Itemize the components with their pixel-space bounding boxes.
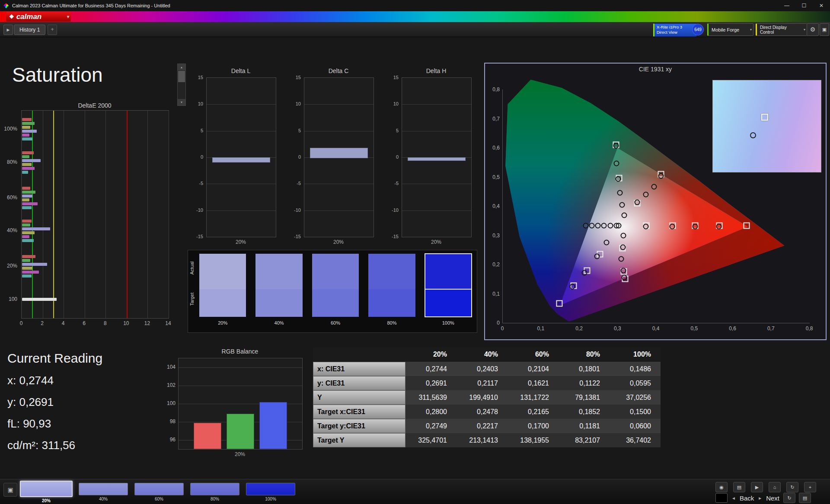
pattern-icon[interactable]: ▤ bbox=[733, 482, 745, 492]
deltae-chart-title: DeltaE 2000 bbox=[21, 102, 168, 109]
swatch-100%: 100% bbox=[425, 254, 472, 325]
delta-l-chart: Delta L 151050-5-10-15 20% bbox=[193, 65, 275, 249]
rgb-plot bbox=[178, 358, 303, 450]
swatch-60%: 60% bbox=[312, 254, 359, 325]
delta-h-title: Delta H bbox=[402, 67, 471, 74]
level-button-20%[interactable]: 20% bbox=[21, 481, 72, 503]
table-row: y: CIE310,26910,21170,16210,11220,0595 bbox=[313, 376, 661, 390]
app-icon bbox=[3, 3, 9, 8]
titlebar: Calman 2023 Calman Ultimate for Business… bbox=[0, 0, 830, 11]
minimize-button[interactable]: — bbox=[778, 0, 795, 11]
transport-row1: ◉▤▶⌂↻+ bbox=[715, 482, 816, 492]
transport-row2: ◄ Back ► Next ↻▤ bbox=[715, 493, 811, 503]
data-table-body: x: CIE310,27440,24030,21040,18010,1486y:… bbox=[313, 362, 661, 447]
delta-c-title: Delta C bbox=[304, 67, 373, 74]
scroll-up-icon[interactable]: ▲ bbox=[178, 64, 185, 70]
rainbow-strip bbox=[0, 11, 830, 22]
cie-chart-title: CIE 1931 xy bbox=[485, 66, 826, 73]
swatch-panel: ActualTarget 20%40%60%80%100% bbox=[188, 250, 477, 333]
tab-history-1[interactable]: History 1 bbox=[14, 25, 45, 35]
display-control-button[interactable]: Direct Display Control ▾ bbox=[756, 23, 807, 36]
scroll-down-icon[interactable]: ▼ bbox=[178, 99, 185, 105]
meter-device-button[interactable]: X-Rite i1Pro 3 Direct View ▾ bbox=[653, 23, 697, 37]
deltae-ylabels: 100%80%60%40%20%100 bbox=[0, 110, 19, 318]
delta-l-xlabel: 20% bbox=[206, 239, 275, 245]
meter-device-line2: Direct View bbox=[657, 30, 691, 35]
table-row: Y311,5639199,4910131,172279,138137,0256 bbox=[313, 390, 661, 405]
table-row: x: CIE310,27440,24030,21040,18010,1486 bbox=[313, 362, 661, 376]
delta-l-title: Delta L bbox=[206, 67, 275, 74]
table-row: Target y:CIE310,27490,22170,17000,11810,… bbox=[313, 419, 661, 433]
panel-toggle-button[interactable]: ▣ bbox=[820, 23, 829, 36]
list-icon[interactable]: ▤ bbox=[799, 493, 811, 503]
close-button[interactable]: ✕ bbox=[813, 0, 830, 11]
home-icon[interactable]: ⌂ bbox=[769, 482, 781, 492]
transport-row2-end: ↻▤ bbox=[783, 493, 811, 503]
swatch-40%: 40% bbox=[255, 254, 302, 325]
display-control-label: Direct Display Control bbox=[760, 25, 801, 35]
back-button[interactable]: Back bbox=[740, 494, 754, 502]
rgb-balance-title: RGB Balance bbox=[178, 348, 302, 355]
cie-panel: CIE 1931 xy bbox=[484, 63, 827, 340]
reading-x: x: 0,2744 bbox=[7, 374, 163, 387]
next-button[interactable]: Next bbox=[766, 494, 779, 502]
add-icon[interactable]: + bbox=[804, 482, 816, 492]
layout-scrollbar[interactable]: ▲ ▼ bbox=[177, 64, 186, 106]
delta-c-chart: Delta C 151050-5-10-15 20% bbox=[291, 65, 373, 249]
redo-icon[interactable]: ↻ bbox=[783, 493, 795, 503]
pattern-window-button[interactable]: ▣ bbox=[3, 483, 17, 497]
swatch-80%: 80% bbox=[368, 254, 415, 325]
play-icon[interactable]: ▶ bbox=[751, 482, 763, 492]
toolbar: ▶ History 1 + X-Rite i1Pro 3 Direct View… bbox=[0, 22, 830, 37]
chevron-down-icon: ▾ bbox=[67, 14, 69, 19]
back-icon: ◄ bbox=[731, 496, 736, 501]
calman-logo-text: calman bbox=[16, 13, 42, 21]
page-title: Saturation bbox=[12, 63, 103, 86]
meter-icon[interactable]: ◉ bbox=[715, 482, 728, 492]
cie-ylabels: 00,10,20,30,40,50,60,70,8 bbox=[488, 89, 501, 323]
history-nav-button[interactable]: ▶ bbox=[3, 25, 13, 35]
cie-xlabels: 00,10,20,30,40,50,60,70,8 bbox=[502, 325, 809, 332]
delta-c-xlabel: 20% bbox=[304, 239, 373, 245]
deltaC-ylabels: 151050-5-10-15 bbox=[291, 77, 302, 236]
settings-gear-button[interactable]: ⚙ bbox=[807, 23, 819, 36]
deltaL-plot bbox=[206, 77, 276, 237]
reading-cdm2: cd/m²: 311,56 bbox=[7, 439, 163, 452]
next-icon: ► bbox=[758, 496, 762, 501]
meter-device-line1: X-Rite i1Pro 3 bbox=[657, 25, 691, 30]
pattern-preview-button[interactable] bbox=[715, 493, 728, 503]
scroll-thumb[interactable] bbox=[178, 71, 185, 82]
add-layout-button[interactable]: + bbox=[48, 25, 57, 35]
deltaH-plot bbox=[402, 77, 472, 237]
delta-h-xlabel: 20% bbox=[402, 239, 471, 245]
data-table-head: 20%40%60%80%100% bbox=[313, 347, 661, 362]
source-device-button[interactable]: Mobile Forge ▾ bbox=[707, 23, 753, 36]
level-button-100%[interactable]: 100% bbox=[246, 481, 295, 503]
reading-fl: fL: 90,93 bbox=[7, 417, 163, 431]
level-button-40%[interactable]: 40% bbox=[79, 481, 128, 503]
level-button-60%[interactable]: 60% bbox=[135, 481, 183, 503]
app-window: Calman 2023 Calman Ultimate for Business… bbox=[0, 0, 830, 504]
deltaC-plot bbox=[304, 77, 374, 237]
table-row: Target x:CIE310,28000,24780,21650,18520,… bbox=[313, 405, 661, 419]
delta-h-chart: Delta H 151050-5-10-15 20% bbox=[389, 65, 471, 249]
rgb-ylabels: 1041021009896 bbox=[160, 358, 177, 449]
calman-logo-button[interactable]: ❖ calman ▾ bbox=[6, 12, 71, 22]
swatch-list: 20%40%60%80%100% bbox=[199, 254, 472, 325]
level-button-80%[interactable]: 80% bbox=[191, 481, 239, 503]
table-row: Target Y325,4701213,1413138,195583,21073… bbox=[313, 433, 661, 447]
rgb-xlabel: 20% bbox=[178, 451, 302, 457]
maximize-button[interactable]: ☐ bbox=[795, 0, 813, 11]
chevron-down-icon: ▾ bbox=[804, 28, 805, 32]
cie-inset bbox=[712, 80, 821, 172]
chevron-down-icon: ▾ bbox=[750, 28, 752, 32]
deltaH-ylabels: 151050-5-10-15 bbox=[389, 77, 400, 236]
reading-y: y: 0,2691 bbox=[7, 396, 163, 409]
window-title: Calman 2023 Calman Ultimate for Business… bbox=[12, 3, 170, 8]
source-device-label: Mobile Forge bbox=[712, 27, 739, 32]
calman-diamond-icon: ❖ bbox=[9, 13, 14, 20]
deltae-plot bbox=[21, 110, 169, 319]
deltaL-ylabels: 151050-5-10-15 bbox=[193, 77, 204, 236]
swatch-20%: 20% bbox=[199, 254, 246, 325]
refresh-icon[interactable]: ↻ bbox=[786, 482, 798, 492]
